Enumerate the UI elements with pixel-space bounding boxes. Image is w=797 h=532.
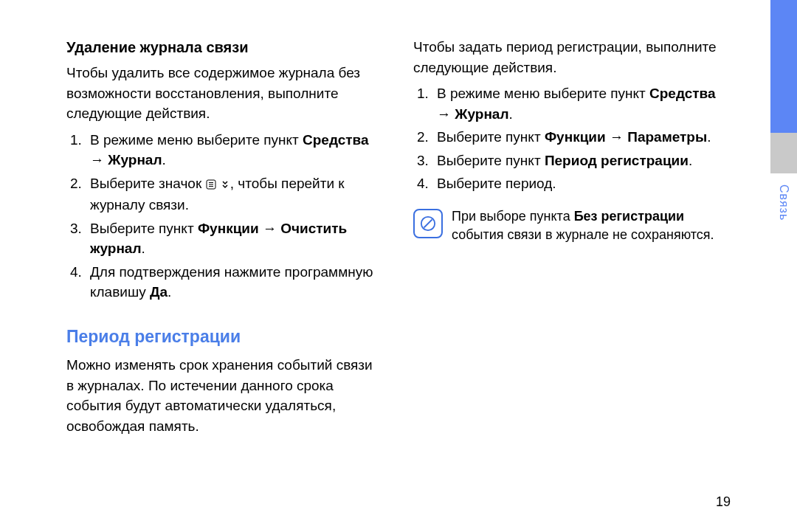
down-arrows-icon bbox=[220, 175, 230, 196]
list-item: Выберите пункт Период регистрации. bbox=[432, 151, 731, 171]
list-item: В режиме меню выберите пункт Средства → … bbox=[86, 130, 384, 170]
paragraph-registration-period: Можно изменять срок хранения событий свя… bbox=[66, 355, 384, 436]
list-item: Выберите значок bbox=[86, 173, 384, 215]
side-tab-label-wrap: Связь bbox=[770, 184, 797, 273]
list-item: Выберите пункт Функции → Очистить журнал… bbox=[86, 218, 384, 259]
side-tab-gray bbox=[770, 133, 797, 173]
note-text: При выборе пункта Без регистрации событи… bbox=[452, 207, 731, 244]
svg-line-5 bbox=[424, 219, 432, 227]
steps-delete-log: В режиме меню выберите пункт Средства → … bbox=[66, 130, 384, 303]
page-number: 19 bbox=[716, 494, 731, 510]
right-column: Чтобы задать период регистрации, выполни… bbox=[413, 37, 731, 437]
list-item: Для подтверждения нажмите программную кл… bbox=[86, 262, 384, 303]
list-item: Выберите пункт Функции → Параметры. bbox=[432, 127, 731, 148]
side-tab-label: Связь bbox=[777, 184, 790, 221]
intro-delete-log: Чтобы удалить все содержимое журнала без… bbox=[66, 63, 384, 124]
note-icon bbox=[413, 209, 443, 238]
list-item: Выберите период. bbox=[432, 173, 731, 194]
left-column: Удаление журнала связи Чтобы удалить все… bbox=[66, 37, 384, 437]
list-item: В режиме меню выберите пункт Средства → … bbox=[432, 83, 731, 124]
side-tab-blue bbox=[770, 0, 797, 133]
section-title-registration-period: Период регистрации bbox=[66, 325, 384, 349]
steps-set-period: В режиме меню выберите пункт Средства → … bbox=[413, 83, 731, 194]
note-box: При выборе пункта Без регистрации событи… bbox=[413, 207, 731, 244]
log-icon bbox=[206, 175, 216, 196]
intro-set-period: Чтобы задать период регистрации, выполни… bbox=[413, 37, 731, 77]
subheading-delete-log: Удаление журнала связи bbox=[66, 37, 384, 58]
